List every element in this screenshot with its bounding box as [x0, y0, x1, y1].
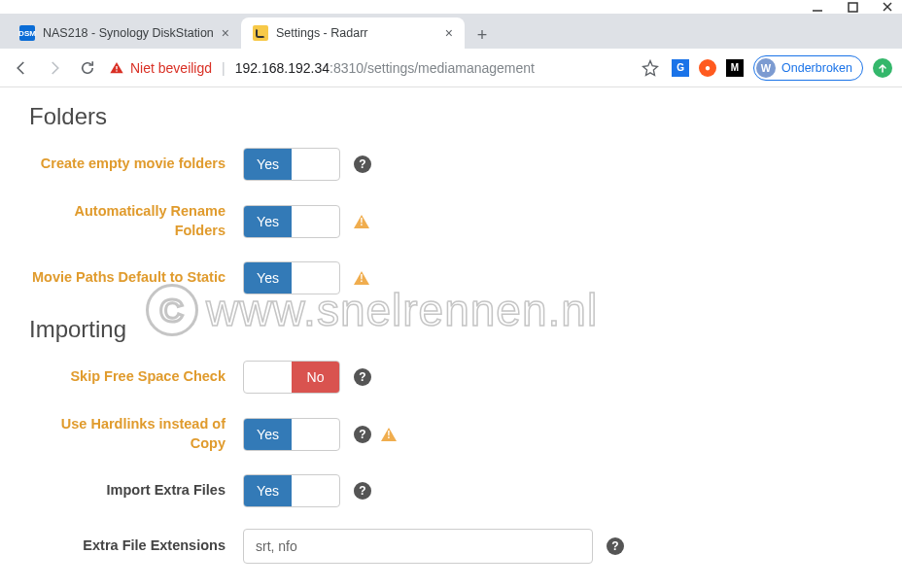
profile-avatar-icon: W [756, 58, 776, 78]
toggle-auto-rename-folders[interactable]: Yes No [243, 205, 340, 238]
section-heading-folders: Folders [29, 103, 865, 130]
section-heading-importing: Importing [29, 316, 865, 343]
page-viewport[interactable]: Folders Create empty movie folders Yes N… [0, 87, 902, 588]
address-bar[interactable]: Niet beveiligd | 192.168.192.34:8310/set… [109, 60, 629, 76]
toggle-no[interactable]: No [292, 419, 339, 450]
toggle-paths-default-static[interactable]: Yes No [243, 261, 340, 294]
toggle-yes[interactable]: Yes [244, 149, 292, 180]
label-paths-default-static: Movie Paths Default to Static [29, 268, 243, 288]
extension-icon-blue[interactable]: G [672, 59, 689, 77]
toggle-no[interactable]: No [292, 206, 339, 237]
toggle-no[interactable]: No [292, 362, 339, 393]
row-skip-free-space: Skip Free Space Check Yes No ? [29, 361, 865, 394]
label-use-hardlinks: Use Hardlinks instead of Copy [29, 415, 243, 453]
warning-triangle-icon [109, 60, 124, 76]
label-import-extra-files: Import Extra Files [29, 481, 243, 501]
help-icon[interactable]: ? [607, 537, 624, 555]
toggle-yes[interactable]: Yes [244, 419, 292, 450]
not-secure-label: Niet beveiligd [130, 60, 212, 76]
warning-icon[interactable] [381, 428, 397, 441]
browser-tab-nas[interactable]: DSM NAS218 - Synology DiskStation × [8, 17, 241, 49]
warning-icon[interactable] [354, 271, 369, 285]
update-available-icon[interactable] [873, 58, 892, 78]
window-maximize-button[interactable] [846, 0, 859, 14]
row-use-hardlinks: Use Hardlinks instead of Copy Yes No ? [29, 415, 865, 453]
not-secure-indicator[interactable]: Niet beveiligd [109, 60, 212, 76]
extension-icon-black-m[interactable]: M [726, 59, 744, 77]
extension-icon-orange[interactable]: ● [699, 59, 716, 77]
row-paths-default-static: Movie Paths Default to Static Yes No [29, 261, 865, 294]
label-auto-rename-folders: Automatically Rename Folders [29, 202, 243, 240]
label-create-empty-folders: Create empty movie folders [29, 155, 243, 174]
svg-rect-4 [116, 66, 117, 69]
svg-rect-5 [116, 70, 117, 71]
toggle-import-extra-files[interactable]: Yes No [243, 474, 340, 507]
browser-tabstrip: DSM NAS218 - Synology DiskStation × Sett… [0, 14, 902, 49]
window-titlebar [0, 0, 902, 14]
favicon-radarr-icon [253, 25, 268, 41]
window-minimize-button[interactable] [811, 0, 824, 14]
help-icon[interactable]: ? [354, 156, 371, 173]
tab-title: NAS218 - Synology DiskStation [43, 26, 214, 40]
row-create-empty-folders: Create empty movie folders Yes No ? [29, 148, 865, 181]
row-extra-file-extensions: Extra File Extensions ? [29, 529, 865, 564]
browser-tab-radarr[interactable]: Settings - Radarr × [241, 17, 465, 49]
svg-rect-1 [849, 3, 857, 12]
help-icon[interactable]: ? [354, 368, 371, 386]
toggle-no[interactable]: No [292, 475, 339, 506]
bookmark-star-icon[interactable] [639, 56, 662, 80]
label-extra-file-extensions: Extra File Extensions [29, 536, 243, 556]
toggle-yes[interactable]: Yes [244, 206, 292, 237]
reload-button[interactable] [76, 56, 99, 80]
toggle-skip-free-space[interactable]: Yes No [243, 361, 340, 394]
tab-close-icon[interactable]: × [445, 25, 453, 41]
tab-close-icon[interactable]: × [222, 25, 229, 41]
forward-button[interactable] [43, 56, 66, 80]
url-text: 192.168.192.34:8310/settings/mediamanage… [235, 60, 535, 76]
label-skip-free-space: Skip Free Space Check [29, 367, 243, 387]
toggle-yes[interactable]: Yes [244, 262, 292, 294]
profile-status-label: Onderbroken [781, 61, 852, 75]
settings-mediamanagement-page: Folders Create empty movie folders Yes N… [0, 87, 894, 588]
window-close-button[interactable] [881, 0, 894, 14]
browser-toolbar: Niet beveiligd | 192.168.192.34:8310/set… [0, 49, 902, 87]
toggle-no[interactable]: No [292, 149, 339, 180]
input-extra-file-extensions[interactable] [243, 529, 593, 564]
profile-chip[interactable]: W Onderbroken [753, 55, 863, 81]
toggle-yes[interactable]: Yes [244, 475, 292, 506]
toggle-use-hardlinks[interactable]: Yes No [243, 418, 340, 451]
help-icon[interactable]: ? [354, 426, 371, 443]
favicon-dsm-icon: DSM [19, 25, 35, 41]
tab-title: Settings - Radarr [276, 26, 437, 40]
new-tab-button[interactable]: + [468, 21, 496, 49]
toggle-yes[interactable]: Yes [244, 362, 292, 393]
help-icon[interactable]: ? [354, 482, 371, 500]
row-auto-rename-folders: Automatically Rename Folders Yes No [29, 202, 865, 240]
row-import-extra-files: Import Extra Files Yes No ? [29, 474, 865, 507]
back-button[interactable] [10, 56, 33, 80]
toggle-create-empty-folders[interactable]: Yes No [243, 148, 340, 181]
toggle-no[interactable]: No [292, 262, 339, 294]
warning-icon[interactable] [354, 215, 369, 228]
